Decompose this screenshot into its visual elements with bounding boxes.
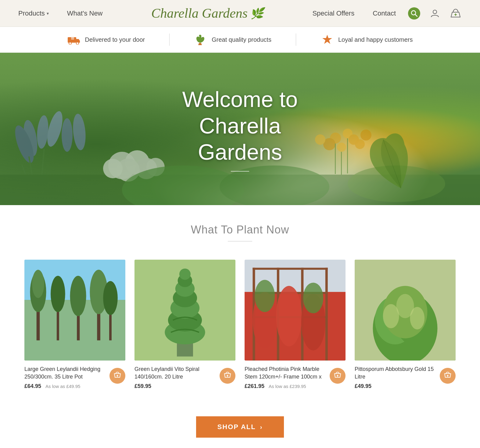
svg-point-77	[255, 280, 275, 312]
add-to-cart-button-2[interactable]	[330, 368, 346, 384]
product-low-as-2: As low as £239.95	[269, 384, 306, 389]
product-info-0: Large Green Leylandii Hedging 250/300cm.…	[24, 361, 125, 392]
product-pricing-3: £49.95	[355, 383, 436, 389]
search-icon[interactable]	[408, 7, 420, 20]
svg-marker-8	[322, 35, 332, 44]
logo-area: Charella Gardens 🌿	[103, 5, 313, 21]
tagline-bar: Delivered to your door Great quality pro…	[0, 27, 480, 53]
product-details-2: Pleached Photinia Pink Marble Stem 120cm…	[245, 365, 326, 389]
product-price-2: £261.95	[245, 383, 264, 389]
svg-point-23	[103, 159, 123, 178]
svg-point-15	[72, 113, 87, 151]
nav-contact[interactable]: Contact	[373, 9, 396, 17]
product-card-1[interactable]: Green Leylandii Vito Spiral 140/160cm. 2…	[134, 260, 235, 392]
section-title-area: What To Plant Now	[0, 205, 480, 251]
nav-whats-new[interactable]: What's New	[67, 9, 103, 17]
product-image-1	[134, 260, 235, 361]
svg-point-62	[179, 268, 191, 280]
product-name-2: Pleached Photinia Pink Marble Stem 120cm…	[245, 365, 326, 381]
product-price-1: £59.95	[134, 383, 151, 389]
svg-rect-17	[41, 149, 45, 175]
site-header: Products ▾ What's New Charella Gardens 🌿…	[0, 0, 480, 27]
product-pricing-2: £261.95 As low as £239.95	[245, 383, 326, 389]
add-to-cart-button-3[interactable]	[440, 368, 456, 384]
hero-section: Welcome toCharellaGardens	[0, 53, 480, 205]
product-price-3: £49.95	[355, 383, 371, 389]
products-chevron-icon: ▾	[47, 11, 49, 16]
product-price-0: £64.95	[24, 383, 41, 389]
svg-point-29	[337, 143, 346, 152]
svg-rect-34	[347, 138, 348, 173]
svg-point-2	[433, 10, 437, 14]
product-pricing-0: £64.95 As low as £49.95	[24, 383, 106, 389]
product-image-3	[355, 260, 456, 361]
product-pricing-1: £59.95	[134, 383, 216, 389]
site-logo[interactable]: Charella Gardens 🌿	[151, 5, 264, 21]
product-image-2	[245, 260, 346, 361]
hero-title: Welcome toCharellaGardens	[182, 86, 298, 165]
svg-line-1	[415, 14, 417, 16]
account-icon[interactable]	[429, 7, 441, 20]
svg-rect-70	[325, 268, 328, 361]
basket-icon[interactable]	[450, 7, 462, 20]
svg-point-45	[51, 276, 65, 312]
svg-rect-71	[253, 268, 328, 270]
section-title: What To Plant Now	[0, 223, 480, 236]
svg-point-7	[76, 42, 79, 44]
product-card-2[interactable]: Pleached Photinia Pink Marble Stem 120cm…	[245, 260, 346, 392]
svg-rect-33	[335, 144, 336, 174]
product-details-3: Pittosporum Abbotsbury Gold 15 Litre £49…	[355, 365, 436, 389]
svg-point-32	[315, 134, 325, 145]
product-details-1: Green Leylandii Vito Spiral 140/160cm. 2…	[134, 365, 216, 389]
header-icons	[408, 7, 462, 20]
nav-products[interactable]: Products ▾	[18, 9, 49, 17]
nav-left: Products ▾ What's New	[18, 9, 103, 17]
svg-point-89	[396, 294, 414, 318]
star-icon	[321, 34, 334, 45]
product-card-0[interactable]: Large Green Leylandii Hedging 250/300cm.…	[24, 260, 125, 392]
shop-all-button[interactable]: SHOP ALL ›	[196, 416, 284, 438]
tagline-customers: Loyal and happy customers	[296, 34, 437, 45]
hero-divider	[231, 171, 249, 172]
shop-all-area: SHOP ALL ›	[0, 410, 480, 448]
product-card-3[interactable]: Pittosporum Abbotsbury Gold 15 Litre £49…	[355, 260, 456, 392]
svg-point-78	[303, 283, 323, 313]
svg-point-51	[103, 281, 118, 315]
products-grid: Large Green Leylandii Hedging 250/300cm.…	[0, 251, 480, 410]
svg-rect-18	[21, 164, 26, 175]
product-details-0: Large Green Leylandii Hedging 250/300cm.…	[24, 365, 106, 389]
svg-point-43	[32, 270, 44, 298]
svg-point-75	[276, 286, 302, 347]
section-divider	[228, 241, 252, 241]
product-info-2: Pleached Photinia Pink Marble Stem 120cm…	[245, 361, 346, 392]
truck-icon	[67, 34, 81, 45]
product-image-0	[24, 260, 125, 361]
hero-content: Welcome toCharellaGardens	[182, 86, 298, 171]
logo-leaf-icon: 🌿	[250, 7, 264, 20]
plant-hand-icon	[194, 34, 207, 45]
tagline-delivery: Delivered to your door	[43, 34, 169, 45]
svg-point-11	[36, 115, 49, 149]
product-name-1: Green Leylandii Vito Spiral 140/160cm. 2…	[134, 365, 216, 381]
shop-all-chevron-icon: ›	[260, 424, 263, 431]
add-to-cart-button-0[interactable]	[109, 368, 125, 384]
nav-right: Special Offers Contact	[312, 9, 396, 17]
svg-point-14	[62, 118, 73, 152]
product-name-0: Large Green Leylandii Hedging 250/300cm.…	[24, 365, 106, 381]
add-to-cart-button-1[interactable]	[220, 368, 235, 384]
product-low-as-0: As low as £49.95	[45, 384, 80, 389]
svg-point-47	[70, 276, 86, 316]
nav-special-offers[interactable]: Special Offers	[312, 9, 354, 17]
tagline-quality: Great quality products	[170, 34, 296, 45]
product-name-3: Pittosporum Abbotsbury Gold 15 Litre	[355, 365, 436, 381]
svg-rect-35	[341, 152, 342, 175]
product-info-1: Green Leylandii Vito Spiral 140/160cm. 2…	[134, 361, 235, 392]
svg-point-6	[69, 42, 71, 44]
product-info-3: Pittosporum Abbotsbury Gold 15 Litre £49…	[355, 361, 456, 392]
